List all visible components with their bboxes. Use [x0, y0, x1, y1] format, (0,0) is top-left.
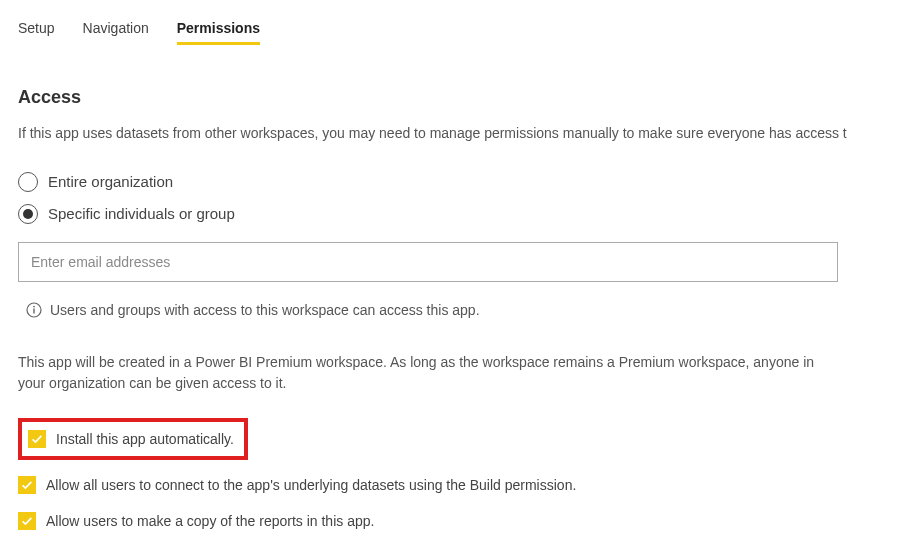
section-title: Access	[18, 87, 880, 108]
premium-text: This app will be created in a Power BI P…	[18, 352, 838, 394]
radio-label: Entire organization	[48, 173, 173, 190]
tab-setup[interactable]: Setup	[18, 20, 55, 45]
radio-entire-organization[interactable]: Entire organization	[18, 172, 880, 192]
radio-icon	[18, 172, 38, 192]
radio-specific-individuals[interactable]: Specific individuals or group	[18, 204, 880, 224]
checkbox-label: Install this app automatically.	[56, 431, 234, 447]
check-icon	[20, 478, 34, 492]
highlight-install-automatically: Install this app automatically.	[18, 418, 248, 460]
svg-point-1	[33, 305, 35, 307]
checkbox-row-build: Allow all users to connect to the app's …	[18, 476, 880, 494]
checkbox-label: Allow all users to connect to the app's …	[46, 477, 576, 493]
radio-icon	[18, 204, 38, 224]
hint-text: Users and groups with access to this wor…	[50, 302, 480, 318]
tab-bar: Setup Navigation Permissions	[18, 20, 880, 45]
access-hint: Users and groups with access to this wor…	[26, 302, 880, 318]
checkbox-label: Allow users to make a copy of the report…	[46, 513, 374, 529]
tab-navigation[interactable]: Navigation	[83, 20, 149, 45]
svg-rect-2	[33, 308, 34, 313]
info-icon	[26, 302, 42, 318]
checkbox-row-copy: Allow users to make a copy of the report…	[18, 512, 880, 530]
check-icon	[20, 514, 34, 528]
checkbox-install[interactable]	[28, 430, 46, 448]
email-input[interactable]	[18, 242, 838, 282]
section-intro: If this app uses datasets from other wor…	[18, 124, 880, 144]
checkbox-build[interactable]	[18, 476, 36, 494]
checkbox-copy[interactable]	[18, 512, 36, 530]
radio-label: Specific individuals or group	[48, 205, 235, 222]
check-icon	[30, 432, 44, 446]
tab-permissions[interactable]: Permissions	[177, 20, 260, 45]
